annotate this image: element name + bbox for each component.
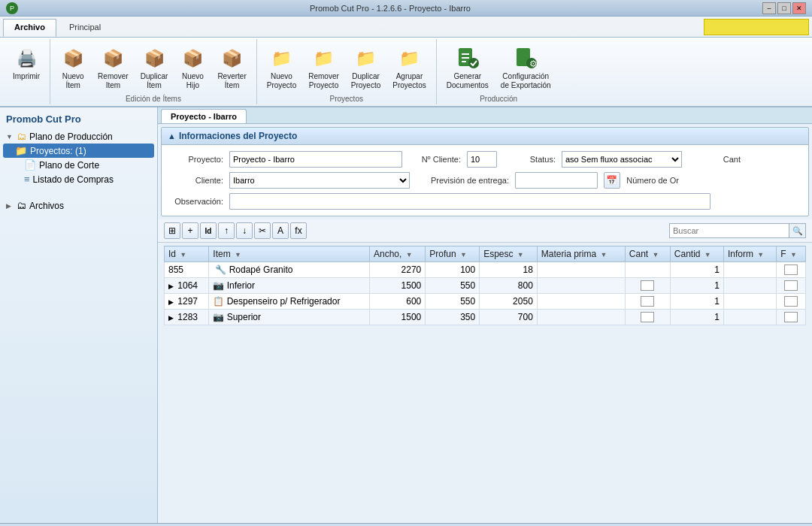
row-expander[interactable]: ▶ [168, 298, 174, 306]
content-tab-bar: Proyecto - Ibarro [158, 107, 812, 124]
proyecto-input[interactable] [229, 151, 402, 168]
imprimir-button[interactable]: 🖨️ Imprimir [8, 44, 45, 84]
duplicar-proyecto-label: DuplicarProyecto [351, 72, 380, 90]
yellow-input-box[interactable] [704, 19, 809, 35]
minimize-button[interactable]: – [762, 2, 776, 14]
configuracion-exportacion-button[interactable]: ⚙ Configuraciónde Exportación [495, 44, 556, 93]
reverter-item-button[interactable]: 📦 ReverterÍtem [212, 44, 251, 93]
f-checkbox[interactable] [784, 296, 798, 307]
col-header-materia[interactable]: Materia prima ▼ [537, 246, 625, 262]
col-header-ancho[interactable]: Ancho, ▼ [369, 246, 425, 262]
cell-cantid: 1 [670, 262, 723, 278]
cant-checkbox[interactable] [641, 280, 654, 291]
col-header-item[interactable]: Item ▼ [209, 246, 370, 262]
agrupar-proyectos-icon: 📁 [397, 47, 421, 71]
items-table: Id ▼ Item ▼ Ancho, ▼ Profun ▼ Espesc ▼ M… [164, 246, 806, 325]
cell-cantid: 1 [670, 294, 723, 310]
status-select[interactable]: aso Sem fluxo associac [562, 151, 682, 168]
calendar-button[interactable]: 📅 [604, 172, 620, 189]
cell-profun: 550 [426, 278, 480, 294]
project-form: Proyecto: Nº Cliente: Status: aso Sem fl… [162, 145, 808, 216]
table-row: ▶ 1283 📷 Superior 1500 350 700 1 [165, 310, 806, 325]
proyecto-label: Proyecto: [171, 155, 223, 164]
sidebar-item-plano-corte[interactable]: 📄 Plano de Corte [3, 158, 154, 172]
no-cliente-input[interactable] [467, 151, 497, 168]
generar-documentos-button[interactable]: GenerarDocumentos [441, 44, 494, 93]
content-tab-proyecto[interactable]: Proyecto - Ibarro [161, 109, 247, 123]
col-header-inform[interactable]: Inform ▼ [723, 246, 776, 262]
duplicar-item-label: DuplicarÍtem [141, 72, 168, 90]
remover-item-button[interactable]: 📦 RemoverItem [92, 44, 134, 93]
text-button[interactable]: A [272, 222, 289, 239]
f-checkbox[interactable] [784, 312, 798, 322]
cell-cant [625, 262, 670, 278]
sidebar-item-archivos[interactable]: ▶ 🗂 Archivos [3, 198, 154, 213]
cell-f [777, 310, 806, 325]
section-title-project-info: Informaciones del Proyecto [179, 131, 297, 141]
search-button[interactable]: 🔍 [789, 223, 806, 238]
cant-checkbox[interactable] [641, 296, 654, 307]
col-header-cant[interactable]: Cant ▼ [625, 246, 670, 262]
nuevo-hijo-button[interactable]: 📦 NuevoHijo [174, 44, 211, 93]
row-expander[interactable]: ▶ [168, 314, 174, 322]
cant-checkbox[interactable] [641, 312, 654, 322]
maximize-button[interactable]: □ [777, 2, 791, 14]
duplicar-item-button[interactable]: 📦 DuplicarÍtem [135, 44, 174, 93]
proyectos-icon: 📁 [15, 145, 27, 156]
observacion-input[interactable] [229, 193, 710, 210]
tab-archivo[interactable]: Archivo [3, 19, 56, 37]
nuevo-item-button[interactable]: 📦 NuevoÍtem [55, 44, 91, 93]
col-header-espesc[interactable]: Espesc ▼ [480, 246, 538, 262]
cell-f [777, 278, 806, 294]
cant-label: Cant [688, 155, 741, 164]
cell-ancho: 1500 [369, 278, 425, 294]
add-row-button[interactable]: + [182, 222, 198, 239]
cell-materia [537, 262, 625, 278]
close-button[interactable]: ✕ [792, 2, 806, 14]
cell-ancho: 2270 [369, 262, 425, 278]
move-down-button[interactable]: ↓ [236, 222, 253, 239]
prevision-input[interactable] [515, 172, 598, 189]
item-icon: 📋 [213, 296, 224, 307]
remover-proyecto-button[interactable]: 📁 RemoverProyecto [303, 44, 344, 93]
formula-button[interactable]: fx [290, 222, 307, 239]
cell-id: ▶ 1283 [165, 310, 209, 325]
ribbon-group-edicion: 📦 NuevoÍtem 📦 RemoverItem 📦 DuplicarÍtem… [50, 39, 257, 104]
status-label: Status: [503, 155, 556, 164]
group-label-produccion: Producción [480, 95, 517, 103]
col-header-f[interactable]: F ▼ [777, 246, 806, 262]
col-header-id[interactable]: Id ▼ [165, 246, 209, 262]
grid-view-button[interactable]: ⊞ [164, 222, 180, 239]
agrupar-proyectos-button[interactable]: 📁 AgruparProyectos [387, 44, 431, 93]
row-expander[interactable]: ▶ [168, 283, 174, 290]
nuevo-hijo-icon: 📦 [180, 47, 205, 71]
search-input[interactable] [669, 223, 789, 238]
cliente-select[interactable]: Ibarro [229, 172, 410, 189]
sidebar-item-listado-compras[interactable]: ≡ Listado de Compras [3, 172, 154, 186]
sidebar-item-plano-produccion[interactable]: ▼ 🗂 Plano de Producción [3, 129, 154, 144]
cliente-label: Cliente: [171, 176, 223, 185]
f-checkbox[interactable] [784, 265, 798, 275]
plano-produccion-label: Plano de Producción [29, 132, 113, 142]
f-checkbox[interactable] [784, 280, 798, 291]
cell-cantid: 1 [670, 310, 723, 325]
ribbon-tab-bar: Archivo Principal [0, 17, 812, 38]
ribbon-group-print: 🖨️ Imprimir [3, 39, 50, 104]
id-button[interactable]: Id [200, 222, 217, 239]
item-icon: 🔧 [215, 265, 226, 275]
col-header-cantid[interactable]: Cantid ▼ [670, 246, 723, 262]
cut-button[interactable]: ✂ [254, 222, 271, 239]
nuevo-proyecto-button[interactable]: 📁 NuevoProyecto [262, 44, 301, 93]
sidebar: Promob Cut Pro ▼ 🗂 Plano de Producción 📁… [0, 107, 158, 523]
table-wrapper: Id ▼ Item ▼ Ancho, ▼ Profun ▼ Espesc ▼ M… [164, 246, 806, 325]
collapse-button[interactable]: ▲ [168, 132, 176, 141]
duplicar-proyecto-button[interactable]: 📁 DuplicarProyecto [346, 44, 386, 93]
item-icon: 📷 [213, 280, 224, 291]
sidebar-item-proyectos[interactable]: 📁 Proyectos: (1) [3, 144, 154, 158]
cell-cant [625, 294, 670, 310]
tab-principal[interactable]: Principal [58, 19, 112, 37]
col-header-profun[interactable]: Profun ▼ [426, 246, 480, 262]
table-row: ▶ 1064 📷 Inferior 1500 550 800 1 [165, 278, 806, 294]
move-up-button[interactable]: ↑ [218, 222, 235, 239]
cell-item: 📷 Inferior [209, 278, 370, 294]
